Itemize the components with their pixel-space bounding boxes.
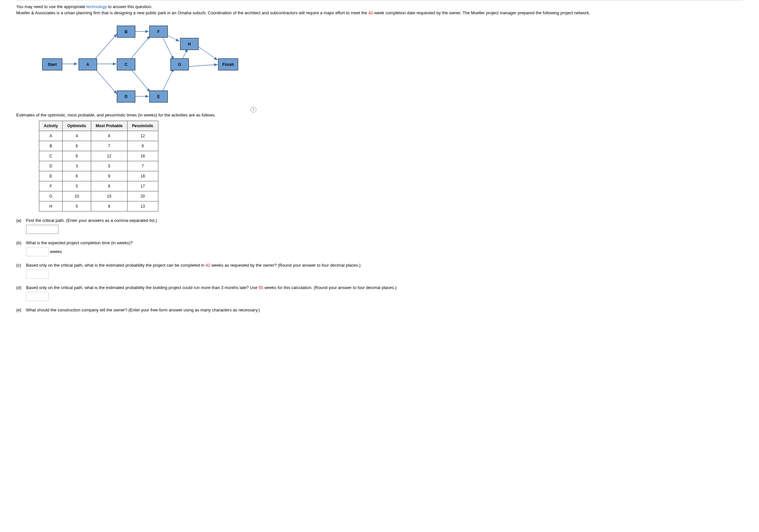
info-icon[interactable]: i: [251, 107, 256, 113]
q-label-c: (c): [16, 263, 26, 279]
question-d: (d) Based only on the critical path, wha…: [16, 285, 743, 301]
table-cell: 13: [127, 202, 158, 211]
table-cell: 6: [91, 202, 128, 211]
q-label-b: (b): [16, 240, 26, 256]
unit-weeks: weeks: [50, 249, 62, 254]
estimates-table: Activity Optimistic Most Probable Pessim…: [39, 121, 158, 211]
node-b: B: [117, 26, 135, 38]
q-label-e: (e): [16, 308, 26, 314]
intro-line2-pre: Mueller & Associates is a urban planning…: [16, 10, 368, 15]
table-cell: 15: [91, 191, 128, 202]
table-cell: 6: [62, 171, 91, 181]
svg-line-7: [130, 68, 150, 92]
table-row: A4812: [39, 131, 158, 141]
svg-line-4: [94, 68, 117, 94]
table-cell: 8: [91, 131, 128, 141]
table-cell: 20: [127, 191, 158, 202]
table-cell: 6: [62, 151, 91, 161]
table-row: D357: [39, 161, 158, 171]
table-cell: 9: [91, 171, 128, 181]
project-network-diagram: Start A B C D F E G H Finish i: [42, 19, 243, 109]
table-cell: 4: [62, 131, 91, 141]
table-cell: H: [39, 202, 62, 211]
table-row: G101520: [39, 191, 158, 202]
table-cell: A: [39, 131, 62, 141]
intro-line1-post: to answer this question.: [107, 4, 152, 9]
table-cell: 12: [91, 151, 128, 161]
q-label-a: (a): [16, 218, 26, 234]
q-text-c-post: weeks as requested by the owner? (Round …: [210, 263, 361, 268]
q-d-red: 55: [259, 285, 263, 290]
node-g: G: [170, 58, 189, 70]
svg-line-10: [162, 37, 174, 59]
node-e: E: [149, 91, 168, 102]
col-pessimistic: Pessimistic: [127, 121, 158, 131]
col-activity: Activity: [39, 121, 62, 131]
node-d: D: [117, 91, 135, 102]
svg-line-11: [162, 68, 174, 92]
node-f: F: [149, 26, 168, 38]
intro-text: You may need to use the appropriate tech…: [16, 4, 743, 15]
q-text-d-post: weeks for this calculation. (Round your …: [263, 285, 396, 290]
svg-line-13: [198, 46, 218, 60]
table-cell: 3: [62, 161, 91, 171]
question-a: (a) Find the critical path. (Enter your …: [16, 218, 743, 234]
technology-link[interactable]: technology: [86, 4, 107, 9]
table-cell: 12: [127, 131, 158, 141]
table-row: C61218: [39, 151, 158, 161]
table-cell: 7: [91, 141, 128, 151]
table-cell: 10: [62, 191, 91, 202]
question-e: (e) What should the construction company…: [16, 308, 743, 314]
table-cell: C: [39, 151, 62, 161]
answer-input-b[interactable]: [26, 247, 49, 256]
q-text-b: What is the expected project completion …: [26, 240, 743, 245]
node-h: H: [180, 38, 199, 50]
table-row: E6918: [39, 171, 158, 181]
table-cell: 5: [91, 161, 128, 171]
question-c: (c) Based only on the critical path, wha…: [16, 263, 743, 279]
q-text-c-pre: Based only on the critical path, what is…: [26, 263, 206, 268]
q-c-red: 42: [206, 263, 210, 268]
answer-input-c[interactable]: [26, 270, 49, 279]
table-cell: 8: [127, 141, 158, 151]
q-text-e: What should the construction company tel…: [26, 308, 743, 312]
node-start: Start: [42, 58, 62, 70]
intro-line1-pre: You may need to use the appropriate: [16, 4, 86, 9]
table-cell: F: [39, 181, 62, 191]
table-cell: 18: [127, 171, 158, 181]
table-cell: B: [39, 141, 62, 151]
table-cell: 6: [62, 141, 91, 151]
col-optimistic: Optimistic: [62, 121, 91, 131]
table-cell: 18: [127, 151, 158, 161]
table-cell: 17: [127, 181, 158, 191]
node-c: C: [117, 58, 135, 70]
table-row: H5613: [39, 202, 158, 211]
table-cell: 5: [62, 202, 91, 211]
svg-line-12: [182, 49, 187, 59]
answer-input-d[interactable]: [26, 292, 49, 301]
question-b: (b) What is the expected project complet…: [16, 240, 743, 256]
q-text-a: Find the critical path. (Enter your answ…: [26, 218, 743, 223]
svg-line-6: [130, 36, 150, 60]
table-row: B678: [39, 141, 158, 151]
svg-line-2: [94, 34, 117, 60]
table-cell: 7: [127, 161, 158, 171]
node-finish: Finish: [218, 58, 238, 70]
estimates-text: Estimates of the optimistic, most probab…: [16, 113, 743, 117]
table-cell: E: [39, 171, 62, 181]
table-cell: 5: [62, 181, 91, 191]
col-most-probable: Most Probable: [91, 121, 128, 131]
table-cell: G: [39, 191, 62, 202]
answer-input-a[interactable]: [26, 225, 59, 234]
node-a: A: [79, 58, 97, 70]
intro-line2-post: -week completion date requested by the o…: [373, 10, 590, 15]
table-cell: 8: [91, 181, 128, 191]
q-label-d: (d): [16, 285, 26, 301]
weeks-42: 42: [368, 10, 373, 15]
svg-line-9: [166, 35, 179, 41]
table-row: F5817: [39, 181, 158, 191]
svg-line-14: [187, 64, 218, 66]
table-cell: D: [39, 161, 62, 171]
q-text-d-pre: Based only on the critical path, what is…: [26, 285, 259, 290]
